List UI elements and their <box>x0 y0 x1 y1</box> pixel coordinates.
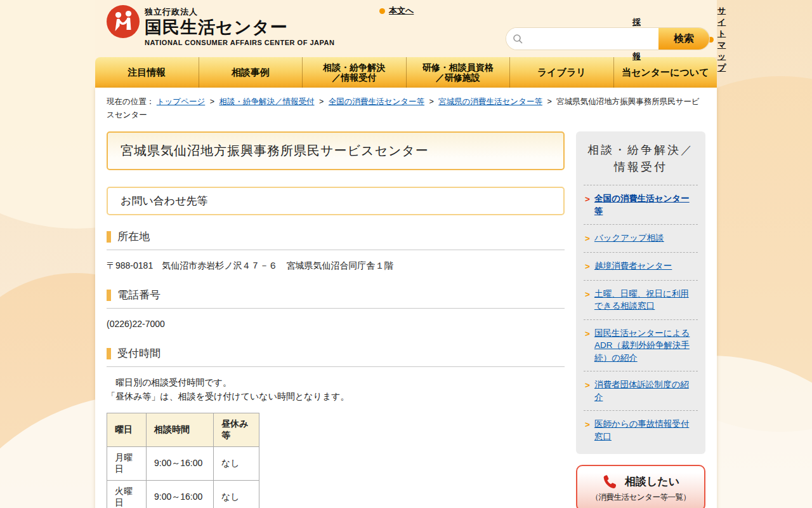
search-input[interactable] <box>527 28 658 50</box>
table-row: 月曜日 9:00～16:00 なし <box>107 446 259 480</box>
search-input-wrap <box>506 28 658 50</box>
consult-button-title: 相談したい <box>625 474 679 489</box>
table-row: 火曜日 9:00～16:00 なし <box>107 480 259 508</box>
consult-button[interactable]: 相談したい （消費生活センター等一覧） <box>576 465 705 508</box>
hours-note: 曜日別の相談受付時間です。 「昼休み等」は、相談を受け付けていない時間となります… <box>107 376 565 403</box>
hours-table: 曜日 相談時間 昼休み等 月曜日 9:00～16:00 なし 火曜日 <box>107 413 259 508</box>
chevron-right-icon: > <box>585 379 590 403</box>
utility-link-sitemap: サイトマップ <box>708 5 726 74</box>
chevron-right-icon: > <box>585 418 590 443</box>
hours-heading: 受付時間 <box>107 346 565 361</box>
page-wrapper: 独立行政法人 国民生活センター NATIONAL CONSUMER AFFAIR… <box>95 0 717 508</box>
sitemap-link[interactable]: サイトマップ <box>717 5 726 74</box>
breadcrumb-link-centers[interactable]: 全国の消費生活センター等 <box>329 97 424 106</box>
col-day: 曜日 <box>107 413 147 446</box>
table-header-row: 曜日 相談時間 昼休み等 <box>107 413 259 446</box>
heading-bar-icon <box>107 348 111 359</box>
breadcrumb-prefix: 現在の位置： <box>107 97 154 106</box>
chevron-right-icon: > <box>585 232 590 245</box>
sidebar-item-doctor[interactable]: > 医師からの事故情報受付窓口 <box>584 410 698 450</box>
breadcrumb-link-miyagi[interactable]: 宮城県の消費生活センター等 <box>438 97 542 106</box>
consult-button-subtitle: （消費生活センター等一覧） <box>581 492 700 503</box>
phone-heading: 電話番号 <box>107 288 565 302</box>
sidebar-menu: 相談・紛争解決／ 情報受付 > 全国の消費生活センター等 > バックアップ相談 … <box>576 131 705 453</box>
main-column: 宮城県気仙沼地方振興事務所県民サービスセンター お問い合わせ先等 所在地 〒98… <box>107 131 565 508</box>
divider <box>107 250 565 250</box>
address-heading: 所在地 <box>107 229 565 244</box>
logo-mark-icon <box>107 5 140 38</box>
logo-texts: 独立行政法人 国民生活センター NATIONAL CONSUMER AFFAIR… <box>145 5 334 46</box>
sidebar-item-lawsuit[interactable]: > 消費者団体訴訟制度の紹介 <box>584 371 698 410</box>
org-name: 国民生活センター <box>145 18 334 37</box>
breadcrumb-link-consultation[interactable]: 相談・紛争解決／情報受付 <box>219 97 315 106</box>
search-bar: 検索 <box>506 28 709 50</box>
heading-bar-icon <box>107 231 111 243</box>
sidebar-item-ccj[interactable]: > 越境消費者センター <box>584 252 698 280</box>
nav-tab-library[interactable]: ライブラリ <box>510 57 614 88</box>
page-title: 宮城県気仙沼地方振興事務所県民サービスセンター <box>107 131 565 170</box>
sidebar-item-adr[interactable]: > 国民生活センターによるADR（裁判外紛争解決手続）の紹介 <box>584 319 698 371</box>
sidebar-item-weekend[interactable]: > 土曜、日曜、祝日に利用できる相談窓口 <box>584 280 698 319</box>
content-area: 現在の位置： トップページ > 相談・紛争解決／情報受付 > 全国の消費生活セン… <box>95 88 717 508</box>
sidebar-item-backup[interactable]: > バックアップ相談 <box>584 224 698 252</box>
org-name-en: NATIONAL CONSUMER AFFAIRS CENTER OF JAPA… <box>145 39 334 46</box>
divider <box>107 308 565 309</box>
search-icon <box>513 34 523 44</box>
sidebar-item-centers[interactable]: > 全国の消費生活センター等 <box>584 185 698 224</box>
chevron-right-icon: > <box>585 288 590 312</box>
chevron-right-icon: > <box>585 328 590 364</box>
nav-tab-featured[interactable]: 注目情報 <box>95 57 199 88</box>
divider <box>107 366 565 367</box>
col-lunch: 昼休み等 <box>214 413 259 446</box>
nav-tab-training[interactable]: 研修・相談員資格 ／研修施設 <box>407 57 511 88</box>
contact-heading: お問い合わせ先等 <box>107 187 565 215</box>
breadcrumb: 現在の位置： トップページ > 相談・紛争解決／情報受付 > 全国の消費生活セン… <box>107 95 705 121</box>
org-type: 独立行政法人 <box>145 6 334 18</box>
heading-bar-icon <box>107 290 111 301</box>
nav-tab-cases[interactable]: 相談事例 <box>199 57 303 88</box>
chevron-right-icon: > <box>585 193 590 217</box>
skip-link[interactable]: 本文へ <box>389 5 414 17</box>
address-text: 〒988-0181 気仙沼市赤岩杉ノ沢４７－６ 宮城県気仙沼合同庁舎１階 <box>107 259 565 272</box>
skip-to-content: 本文へ <box>379 5 414 17</box>
site-header: 独立行政法人 国民生活センター NATIONAL CONSUMER AFFAIR… <box>95 0 717 57</box>
breadcrumb-link-home[interactable]: トップページ <box>157 97 205 106</box>
bullet-icon <box>379 8 385 14</box>
sidebar-title: 相談・紛争解決／ 情報受付 <box>584 131 698 185</box>
col-time: 相談時間 <box>147 413 214 446</box>
sidebar: 相談・紛争解決／ 情報受付 > 全国の消費生活センター等 > バックアップ相談 … <box>576 131 705 508</box>
search-button[interactable]: 検索 <box>658 28 709 50</box>
phone-icon <box>602 474 619 490</box>
nav-tab-consultation[interactable]: 相談・紛争解決 ／情報受付 <box>303 57 407 88</box>
phone-text: (0226)22-7000 <box>107 318 565 331</box>
chevron-right-icon: > <box>585 260 590 273</box>
